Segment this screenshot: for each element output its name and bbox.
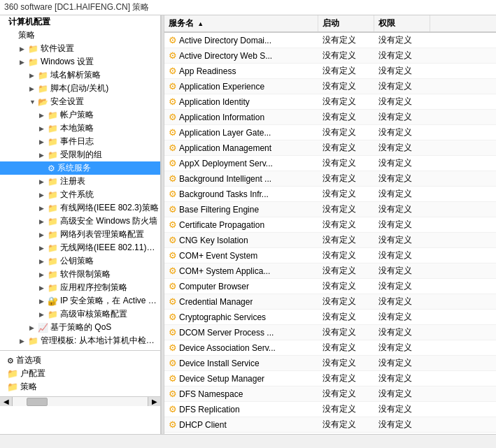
table-row[interactable]: Active Directory Domai... 没有定义 没有定义 (164, 33, 496, 48)
arrow-software-settings: ▶ (20, 45, 28, 52)
tree-item-admin-templates[interactable]: ▶📁管理模板: 从本地计算机中检索的策略 (0, 334, 160, 347)
tree-item-system-services[interactable]: ⚙系统服务 (0, 161, 160, 175)
tree-item-registry[interactable]: ▶📁注册表 (0, 175, 160, 188)
bottom-userconfig-label: 户配置 (20, 368, 45, 380)
cell-perm: 没有定义 (374, 110, 430, 124)
table-row[interactable]: DHCP Client 没有定义 没有定义 (164, 417, 496, 433)
table-row[interactable]: Base Filtering Engine 没有定义 没有定义 (164, 202, 496, 217)
bottom-nav-item-preferences[interactable]: 首选项 (4, 354, 156, 367)
table-row[interactable]: Application Management 没有定义 没有定义 (164, 140, 496, 156)
table-row[interactable]: Application Experience 没有定义 没有定义 (164, 79, 496, 94)
tree-item-app-control[interactable]: ▶📁应用程序控制策略 (0, 281, 160, 294)
label-ip-security: IP 安全策略，在 Active Direc... (60, 295, 160, 307)
tree-item-wireless-network[interactable]: ▶📁无线网络(IEEE 802.11)策略 (0, 241, 160, 254)
tree-item-account-policy[interactable]: ▶📁帐户策略 (0, 108, 160, 122)
table-row[interactable]: Background Intelligent ... 没有定义 没有定义 (164, 171, 496, 187)
arrow-app-control: ▶ (39, 284, 48, 291)
tree-item-windows-settings[interactable]: ▶📁Windows 设置 (0, 55, 160, 68)
tree-item-restricted-groups[interactable]: ▶📁受限制的组 (0, 148, 160, 161)
table-row[interactable]: Cryptographic Services 没有定义 没有定义 (164, 310, 496, 325)
label-windows-settings: Windows 设置 (41, 56, 94, 68)
icon-security-settings: 📂 (38, 97, 48, 107)
tree-item-qos[interactable]: ▶📈基于策略的 QoS (0, 321, 160, 334)
tree-item-public-key[interactable]: ▶📁公钥策略 (0, 254, 160, 268)
table-row[interactable]: AppX Deployment Serv... 没有定义 没有定义 (164, 156, 496, 171)
table-row[interactable]: Credential Manager 没有定义 没有定义 (164, 294, 496, 310)
cell-startup: 没有定义 (318, 48, 374, 63)
cell-startup: 没有定义 (318, 171, 374, 186)
arrow-windows-settings: ▶ (20, 59, 28, 66)
tree-item-startup-script[interactable]: ▶📁脚本(启动/关机) (0, 82, 160, 95)
table-row[interactable]: Device Setup Manager 没有定义 没有定义 (164, 371, 496, 386)
cell-startup: 没有定义 (318, 140, 374, 155)
table-row[interactable]: Device Install Service 没有定义 没有定义 (164, 356, 496, 371)
service-icon (169, 358, 177, 368)
table-row[interactable]: CNG Key Isolation 没有定义 没有定义 (164, 233, 496, 248)
arrow-admin-templates: ▶ (20, 338, 28, 345)
tree-item-software-restriction[interactable]: ▶📁软件限制策略 (0, 268, 160, 281)
service-name: DHCP Client (179, 420, 227, 430)
cell-name: Application Identity (164, 95, 318, 108)
service-name: Device Install Service (179, 359, 260, 368)
left-panel[interactable]: 计算机配置策略▶📁软件设置▶📁Windows 设置▶📁域名解析策略▶📁脚本(启动… (0, 15, 161, 434)
label-policy: 策略 (18, 29, 35, 41)
tree-item-computer-config[interactable]: 计算机配置 (0, 15, 160, 29)
arrow-wired-network: ▶ (39, 205, 48, 212)
col-header-name[interactable]: 服务名 ▲ (164, 15, 318, 31)
tree-item-domain-policy[interactable]: ▶📁域名解析策略 (0, 68, 160, 82)
bottom-nav-item-policy[interactable]: 策略 (4, 380, 156, 393)
tree-item-file-system[interactable]: ▶📁文件系统 (0, 188, 160, 201)
tree-item-wired-network[interactable]: ▶📁有线网络(IEEE 802.3)策略 (0, 201, 160, 215)
cell-startup: 没有定义 (318, 79, 374, 94)
cell-perm: 没有定义 (374, 140, 430, 155)
scroll-left-btn[interactable]: ◀ (0, 397, 13, 406)
service-name: App Readiness (179, 66, 236, 76)
tree-item-advanced-audit[interactable]: ▶📁高级审核策略配置 (0, 308, 160, 321)
service-icon (169, 281, 177, 291)
table-row[interactable]: Background Tasks Infr... 没有定义 没有定义 (164, 187, 496, 202)
table-row[interactable]: DCOM Server Process ... 没有定义 没有定义 (164, 325, 496, 340)
cell-startup: 没有定义 (318, 417, 374, 432)
col-header-startup[interactable]: 启动 (318, 15, 374, 31)
service-name: Base Filtering Engine (179, 205, 259, 215)
tree-item-network-list[interactable]: ▶📁网络列表管理策略配置 (0, 228, 160, 241)
left-scrollbar[interactable]: ◀ ▶ (0, 396, 160, 406)
icon-event-log: 📁 (48, 137, 58, 147)
cell-perm: 没有定义 (374, 156, 430, 171)
table-row[interactable]: Application Layer Gate... 没有定义 没有定义 (164, 125, 496, 140)
table-row[interactable]: Application Information 没有定义 没有定义 (164, 110, 496, 125)
tree-item-advanced-firewall[interactable]: ▶📁高级安全 Windows 防火墙 (0, 215, 160, 228)
service-name: Background Intelligent ... (179, 174, 271, 184)
table-row[interactable]: Application Identity 没有定义 没有定义 (164, 94, 496, 110)
cell-name: Certificate Propagation (164, 218, 318, 231)
label-wired-network: 有线网络(IEEE 802.3)策略 (60, 202, 159, 214)
col-header-perm[interactable]: 权限 (374, 15, 430, 31)
table-row[interactable]: Active Directory Web S... 没有定义 没有定义 (164, 48, 496, 64)
scroll-track[interactable] (13, 397, 148, 406)
table-row[interactable]: App Readiness 没有定义 没有定义 (164, 64, 496, 79)
tree-item-security-settings[interactable]: ▼📂安全设置 (0, 95, 160, 108)
tree-item-policy[interactable]: 策略 (0, 29, 160, 42)
cell-perm: 没有定义 (374, 64, 430, 78)
scroll-thumb[interactable] (27, 398, 48, 406)
table-body[interactable]: Active Directory Domai... 没有定义 没有定义 Acti… (164, 33, 496, 434)
table-row[interactable]: DFS Namespace 没有定义 没有定义 (164, 386, 496, 402)
tree-item-software-settings[interactable]: ▶📁软件设置 (0, 42, 160, 55)
table-row[interactable]: Device Association Serv... 没有定义 没有定义 (164, 340, 496, 356)
tree-item-event-log[interactable]: ▶📁事件日志 (0, 135, 160, 148)
tree-item-ip-security[interactable]: ▶🔐IP 安全策略，在 Active Direc... (0, 294, 160, 308)
service-icon (169, 389, 177, 399)
table-row[interactable]: COM+ Event System 没有定义 没有定义 (164, 248, 496, 263)
table-row[interactable]: DFS Replication 没有定义 没有定义 (164, 402, 496, 417)
table-row[interactable]: Computer Browser 没有定义 没有定义 (164, 279, 496, 294)
arrow-qos: ▶ (29, 324, 38, 331)
cell-startup: 没有定义 (318, 110, 374, 124)
scroll-right-btn[interactable]: ▶ (148, 397, 160, 406)
table-row[interactable]: Certificate Propagation 没有定义 没有定义 (164, 217, 496, 233)
bottom-nav-item-userconfig[interactable]: 户配置 (4, 367, 156, 380)
userconfig-folder-icon (7, 368, 18, 379)
icon-system-services: ⚙ (48, 164, 55, 173)
table-row[interactable]: COM+ System Applica... 没有定义 没有定义 (164, 263, 496, 279)
service-name: Application Information (179, 113, 264, 122)
tree-item-local-policy[interactable]: ▶📁本地策略 (0, 122, 160, 135)
